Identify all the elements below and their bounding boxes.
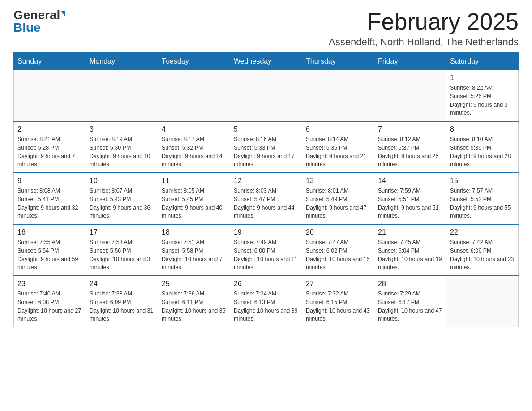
logo-general-text: General xyxy=(13,9,60,21)
calendar-cell: 1Sunrise: 8:22 AMSunset: 5:26 PMDaylight… xyxy=(446,70,519,122)
week-row-1: 1Sunrise: 8:22 AMSunset: 5:26 PMDaylight… xyxy=(14,70,519,122)
calendar-subtitle: Assendelft, North Holland, The Netherlan… xyxy=(329,36,519,48)
calendar-header: SundayMondayTuesdayWednesdayThursdayFrid… xyxy=(14,53,519,70)
day-info: Sunrise: 8:17 AMSunset: 5:32 PMDaylight:… xyxy=(162,135,226,169)
day-number: 17 xyxy=(90,228,154,236)
day-number: 26 xyxy=(234,280,298,288)
calendar-cell: 20Sunrise: 7:47 AMSunset: 6:02 PMDayligh… xyxy=(302,224,374,276)
day-number: 9 xyxy=(17,177,82,185)
day-number: 20 xyxy=(306,228,370,236)
day-info: Sunrise: 7:34 AMSunset: 6:13 PMDaylight:… xyxy=(234,290,298,323)
day-number: 6 xyxy=(306,125,370,133)
day-number: 23 xyxy=(17,280,82,288)
calendar-cell: 27Sunrise: 7:32 AMSunset: 6:15 PMDayligh… xyxy=(302,276,374,327)
day-info: Sunrise: 8:16 AMSunset: 5:33 PMDaylight:… xyxy=(234,135,298,169)
header-cell-thursday: Thursday xyxy=(302,53,374,70)
day-number: 2 xyxy=(17,125,82,133)
day-info: Sunrise: 7:47 AMSunset: 6:02 PMDaylight:… xyxy=(306,238,370,272)
header: General Blue February 2025 Assendelft, N… xyxy=(13,9,519,48)
calendar-cell xyxy=(230,70,302,122)
header-row: SundayMondayTuesdayWednesdayThursdayFrid… xyxy=(14,53,519,70)
calendar-cell: 11Sunrise: 8:05 AMSunset: 5:45 PMDayligh… xyxy=(158,173,230,224)
day-info: Sunrise: 8:14 AMSunset: 5:35 PMDaylight:… xyxy=(306,135,370,169)
day-number: 1 xyxy=(450,74,515,82)
header-cell-wednesday: Wednesday xyxy=(230,53,302,70)
calendar-cell xyxy=(446,276,519,327)
calendar-table: SundayMondayTuesdayWednesdayThursdayFrid… xyxy=(13,52,519,327)
calendar-cell: 9Sunrise: 8:08 AMSunset: 5:41 PMDaylight… xyxy=(14,173,86,224)
calendar-cell: 3Sunrise: 8:19 AMSunset: 5:30 PMDaylight… xyxy=(86,121,158,173)
day-info: Sunrise: 8:21 AMSunset: 5:28 PMDaylight:… xyxy=(17,135,82,169)
day-number: 21 xyxy=(378,228,442,236)
calendar-cell: 8Sunrise: 8:10 AMSunset: 5:39 PMDaylight… xyxy=(446,121,519,173)
day-info: Sunrise: 8:05 AMSunset: 5:45 PMDaylight:… xyxy=(162,187,226,220)
calendar-body: 1Sunrise: 8:22 AMSunset: 5:26 PMDaylight… xyxy=(14,70,519,327)
day-number: 13 xyxy=(306,177,370,185)
day-info: Sunrise: 7:42 AMSunset: 6:06 PMDaylight:… xyxy=(450,238,515,272)
week-row-5: 23Sunrise: 7:40 AMSunset: 6:08 PMDayligh… xyxy=(14,276,519,327)
day-info: Sunrise: 7:29 AMSunset: 6:17 PMDaylight:… xyxy=(378,290,442,323)
calendar-cell: 19Sunrise: 7:49 AMSunset: 6:00 PMDayligh… xyxy=(230,224,302,276)
day-number: 24 xyxy=(90,280,154,288)
calendar-cell: 2Sunrise: 8:21 AMSunset: 5:28 PMDaylight… xyxy=(14,121,86,173)
header-cell-friday: Friday xyxy=(374,53,446,70)
calendar-cell: 17Sunrise: 7:53 AMSunset: 5:56 PMDayligh… xyxy=(86,224,158,276)
title-area: February 2025 Assendelft, North Holland,… xyxy=(329,9,519,48)
calendar-cell: 12Sunrise: 8:03 AMSunset: 5:47 PMDayligh… xyxy=(230,173,302,224)
day-number: 14 xyxy=(378,177,442,185)
day-number: 15 xyxy=(450,177,515,185)
calendar-cell: 5Sunrise: 8:16 AMSunset: 5:33 PMDaylight… xyxy=(230,121,302,173)
day-info: Sunrise: 8:19 AMSunset: 5:30 PMDaylight:… xyxy=(90,135,154,169)
header-cell-monday: Monday xyxy=(86,53,158,70)
calendar-title: February 2025 xyxy=(329,9,519,34)
day-number: 16 xyxy=(17,228,82,236)
day-info: Sunrise: 7:57 AMSunset: 5:52 PMDaylight:… xyxy=(450,187,515,220)
week-row-4: 16Sunrise: 7:55 AMSunset: 5:54 PMDayligh… xyxy=(14,224,519,276)
calendar-cell: 10Sunrise: 8:07 AMSunset: 5:43 PMDayligh… xyxy=(86,173,158,224)
calendar-cell: 21Sunrise: 7:45 AMSunset: 6:04 PMDayligh… xyxy=(374,224,446,276)
day-number: 4 xyxy=(162,125,226,133)
day-number: 5 xyxy=(234,125,298,133)
day-info: Sunrise: 7:32 AMSunset: 6:15 PMDaylight:… xyxy=(306,290,370,323)
logo: General Blue xyxy=(13,9,65,34)
calendar-cell xyxy=(14,70,86,122)
day-number: 19 xyxy=(234,228,298,236)
day-number: 27 xyxy=(306,280,370,288)
day-info: Sunrise: 8:08 AMSunset: 5:41 PMDaylight:… xyxy=(17,187,82,220)
day-info: Sunrise: 8:22 AMSunset: 5:26 PMDaylight:… xyxy=(450,84,515,117)
day-info: Sunrise: 7:53 AMSunset: 5:56 PMDaylight:… xyxy=(90,238,154,272)
calendar-cell: 15Sunrise: 7:57 AMSunset: 5:52 PMDayligh… xyxy=(446,173,519,224)
day-number: 28 xyxy=(378,280,442,288)
calendar-cell xyxy=(374,70,446,122)
logo-triangle-icon xyxy=(61,11,65,17)
calendar-cell xyxy=(302,70,374,122)
calendar-cell: 13Sunrise: 8:01 AMSunset: 5:49 PMDayligh… xyxy=(302,173,374,224)
day-info: Sunrise: 8:12 AMSunset: 5:37 PMDaylight:… xyxy=(378,135,442,169)
day-info: Sunrise: 7:40 AMSunset: 6:08 PMDaylight:… xyxy=(17,290,82,323)
calendar-cell: 28Sunrise: 7:29 AMSunset: 6:17 PMDayligh… xyxy=(374,276,446,327)
day-info: Sunrise: 7:36 AMSunset: 6:11 PMDaylight:… xyxy=(162,290,226,323)
day-info: Sunrise: 8:10 AMSunset: 5:39 PMDaylight:… xyxy=(450,135,515,169)
day-info: Sunrise: 7:49 AMSunset: 6:00 PMDaylight:… xyxy=(234,238,298,272)
calendar-cell: 16Sunrise: 7:55 AMSunset: 5:54 PMDayligh… xyxy=(14,224,86,276)
day-number: 7 xyxy=(378,125,442,133)
day-info: Sunrise: 7:55 AMSunset: 5:54 PMDaylight:… xyxy=(17,238,82,272)
calendar-cell: 24Sunrise: 7:38 AMSunset: 6:09 PMDayligh… xyxy=(86,276,158,327)
day-number: 22 xyxy=(450,228,515,236)
day-info: Sunrise: 7:51 AMSunset: 5:58 PMDaylight:… xyxy=(162,238,226,272)
calendar-cell xyxy=(86,70,158,122)
calendar-cell xyxy=(158,70,230,122)
day-info: Sunrise: 7:38 AMSunset: 6:09 PMDaylight:… xyxy=(90,290,154,323)
calendar-cell: 4Sunrise: 8:17 AMSunset: 5:32 PMDaylight… xyxy=(158,121,230,173)
day-info: Sunrise: 8:03 AMSunset: 5:47 PMDaylight:… xyxy=(234,187,298,220)
calendar-cell: 7Sunrise: 8:12 AMSunset: 5:37 PMDaylight… xyxy=(374,121,446,173)
calendar-cell: 14Sunrise: 7:59 AMSunset: 5:51 PMDayligh… xyxy=(374,173,446,224)
day-info: Sunrise: 8:07 AMSunset: 5:43 PMDaylight:… xyxy=(90,187,154,220)
calendar-cell: 26Sunrise: 7:34 AMSunset: 6:13 PMDayligh… xyxy=(230,276,302,327)
day-number: 18 xyxy=(162,228,226,236)
logo-blue-text: Blue xyxy=(13,21,41,34)
calendar-cell: 6Sunrise: 8:14 AMSunset: 5:35 PMDaylight… xyxy=(302,121,374,173)
calendar-cell: 22Sunrise: 7:42 AMSunset: 6:06 PMDayligh… xyxy=(446,224,519,276)
day-number: 8 xyxy=(450,125,515,133)
day-number: 11 xyxy=(162,177,226,185)
